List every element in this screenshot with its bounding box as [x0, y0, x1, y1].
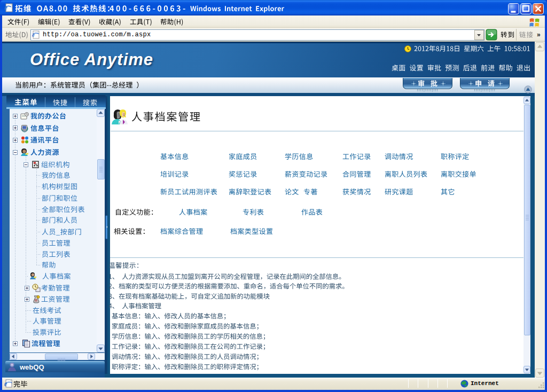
svg-text:e: e — [4, 380, 7, 388]
svg-text:e: e — [32, 32, 35, 38]
svg-text:e: e — [4, 4, 7, 12]
